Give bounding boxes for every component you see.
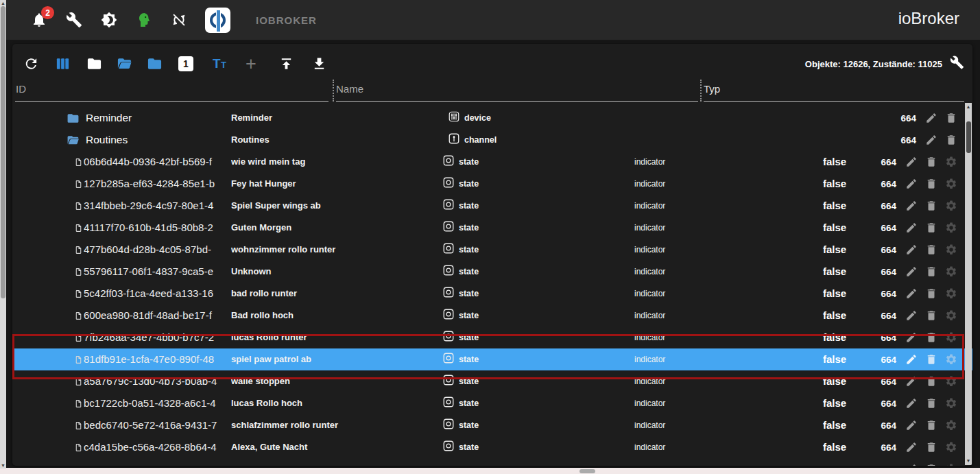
edit-pencil-icon[interactable] [905,309,918,322]
edit-pencil-icon[interactable] [905,287,918,300]
table-row[interactable]: 600ea980-81df-48ad-be17-f Bad rollo hoch… [12,305,972,327]
edit-pencil-icon[interactable] [905,244,918,256]
edit-pencil-icon[interactable] [905,222,918,234]
settings-gear-icon[interactable] [945,156,957,168]
table-row[interactable]: bc1722cb-0a51-4328-a6c1-4 lucas Rollo ho… [12,392,972,414]
delete-trash-icon[interactable] [925,309,937,322]
folder-closed-white-icon[interactable] [86,56,102,72]
delete-trash-icon[interactable] [925,375,937,388]
theme-brightness-icon[interactable] [100,11,118,29]
delete-trash-icon[interactable] [925,178,937,190]
edit-pencil-icon[interactable] [905,265,918,278]
edit-pencil-icon[interactable] [905,441,918,453]
edit-pencil-icon[interactable] [925,112,937,124]
table-row[interactable]: 41117f70-610b-41d5-80b8-2 Guten Morgen s… [12,217,972,239]
columns-icon[interactable] [55,56,71,72]
table-row[interactable]: a5a7679c-13d0-4b73-b0ab-4 walle stoppen … [12,370,972,392]
table-row[interactable]: Routines Routines channel 664 [12,129,972,151]
delete-trash-icon[interactable] [925,156,937,168]
settings-gear-icon[interactable] [945,178,957,190]
row-value: false [823,414,846,436]
delete-trash-icon[interactable] [925,244,937,256]
delete-trash-icon[interactable] [925,200,937,212]
column-header-name[interactable]: Name [336,83,363,95]
delete-trash-icon[interactable] [945,112,957,124]
edit-pencil-icon[interactable] [905,178,918,190]
scroll-up-icon[interactable]: ▲ [965,104,972,110]
delete-trash-icon[interactable] [925,222,937,234]
settings-gear-icon[interactable] [945,287,957,300]
settings-gear-icon[interactable] [945,375,957,388]
expand-all-icon[interactable] [278,56,294,72]
table-row[interactable]: 7fb246aa-34e7-4bb0-b7c7-2 lucas Rollo ru… [12,327,972,348]
table-scrollbar[interactable]: ▲ ▼ [965,103,972,465]
table-row[interactable]: 5c42ff03-f1ca-4eed-a133-16 bad rollo run… [12,283,972,305]
page-scrollbar-left[interactable]: ▲ ▼ [0,0,6,469]
add-object-button[interactable]: + [246,57,256,71]
column-header-type[interactable]: Typ [704,83,720,95]
edit-pencil-icon[interactable] [925,134,937,146]
settings-gear-icon[interactable] [945,265,957,278]
delete-trash-icon[interactable] [925,441,937,453]
edit-pencil-icon[interactable] [905,375,918,388]
delete-trash-icon[interactable] [925,419,937,431]
settings-gear-icon[interactable] [945,244,957,256]
settings-gear-icon[interactable] [945,397,957,410]
host-head-icon[interactable] [135,11,153,29]
page-scroll-up-icon[interactable]: ▲ [0,0,6,6]
font-size-button[interactable]: Tt [213,56,227,71]
settings-gear-icon[interactable] [945,222,957,234]
expert-mode-button[interactable]: 1 [178,56,193,71]
table-row[interactable]: 477b604d-d28b-4c05-87bd- wohnzimmer roll… [12,239,972,261]
edit-pencil-icon[interactable] [905,200,918,212]
refresh-icon[interactable] [23,56,39,72]
edit-pencil-icon[interactable] [905,353,918,366]
settings-gear-icon[interactable] [945,353,957,366]
table-row[interactable]: 127b285a-ef63-4284-85e1-b Fey hat Hunger… [12,173,972,195]
edit-pencil-icon[interactable] [905,397,918,410]
type-icon [442,374,455,389]
settings-gear-icon[interactable] [945,463,957,466]
table-row[interactable]: 55796117-06f1-4837-9ca5-e Unknown state … [12,261,972,283]
table-row[interactable]: bedc6740-5e72-416a-9431-7 schlafzimmer r… [12,414,972,436]
settings-gear-icon[interactable] [945,331,957,344]
column-resize-handle[interactable] [333,80,334,102]
settings-gear-icon[interactable] [945,309,957,322]
table-row[interactable] [12,458,972,466]
scroll-down-icon[interactable]: ▼ [965,458,972,464]
collapse-all-icon[interactable] [311,56,327,72]
page-scrollbar-thumb[interactable] [1,6,5,298]
table-scrollbar-thumb[interactable] [966,121,971,153]
edit-pencil-icon[interactable] [905,331,918,344]
delete-trash-icon[interactable] [925,397,937,410]
edit-pencil-icon[interactable] [905,419,918,431]
settings-wrench-icon[interactable] [950,56,964,73]
notifications-bell-icon[interactable]: 2 [30,11,48,29]
delete-trash-icon[interactable] [925,287,937,300]
wrench-icon[interactable] [65,11,83,29]
table-row[interactable]: 06b6d44b-0936-42bf-b569-f wie wird mein … [12,151,972,173]
horizontal-scrollbar-thumb[interactable] [579,469,595,473]
sync-disabled-icon[interactable] [170,11,188,29]
edit-pencil-icon[interactable] [905,156,918,168]
table-row[interactable]: Reminder Reminder device 664 [12,107,972,129]
column-header-id[interactable]: ID [16,83,26,95]
delete-trash-icon[interactable] [925,331,937,344]
row-type-label: state [459,420,479,430]
table-row[interactable]: 81dfb91e-1cfa-47e0-890f-48 spiel paw pat… [12,348,972,370]
delete-trash-icon[interactable] [925,463,937,466]
row-id: bc1722cb-0a51-4328-a6c1-4 [84,392,230,414]
settings-gear-icon[interactable] [945,200,957,212]
settings-gear-icon[interactable] [945,441,957,453]
page-scroll-down-icon[interactable]: ▼ [0,462,6,469]
folder-open-blue-icon[interactable] [117,56,132,72]
delete-trash-icon[interactable] [945,134,957,146]
settings-gear-icon[interactable] [945,419,957,431]
folder-closed-blue-icon[interactable] [147,56,163,72]
column-resize-handle[interactable] [700,80,702,102]
table-row[interactable]: c4da15be-c56a-4268-8b64-4 Alexa, Gute Na… [12,436,972,458]
delete-trash-icon[interactable] [925,265,937,278]
table-row[interactable]: 314fbbeb-29c6-4c97-80e1-4 Spiel Super wi… [12,195,972,217]
delete-trash-icon[interactable] [925,353,937,366]
edit-pencil-icon[interactable] [905,463,918,466]
